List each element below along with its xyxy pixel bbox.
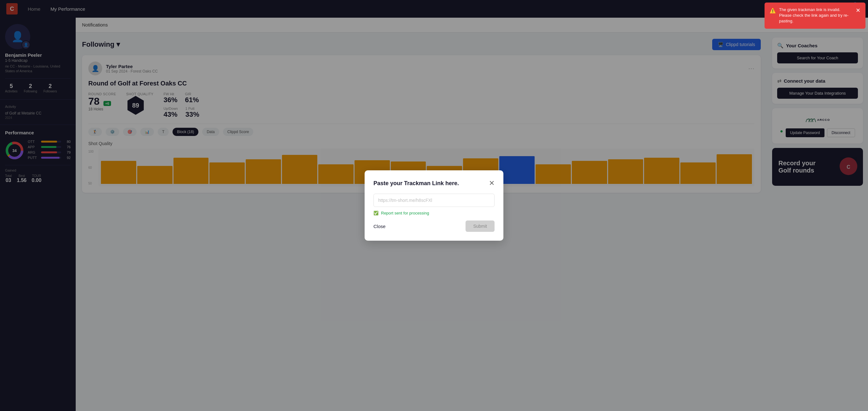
modal-title: Paste your Trackman Link here. — [373, 180, 459, 187]
success-icon: ✅ — [373, 211, 378, 215]
modal-success-message: ✅ Report sent for processing — [373, 211, 495, 215]
toast-notification: ⚠️ The given trackman link is invalid. P… — [765, 2, 866, 29]
modal-close-icon[interactable]: ✕ — [489, 179, 495, 187]
modal-header: Paste your Trackman Link here. ✕ — [373, 179, 495, 187]
modal-submit-button[interactable]: Submit — [466, 220, 495, 232]
toast-message: The given trackman link is invalid. Plea… — [779, 7, 850, 24]
trackman-modal: Paste your Trackman Link here. ✕ ✅ Repor… — [365, 170, 503, 241]
toast-icon: ⚠️ — [770, 7, 776, 14]
success-text: Report sent for processing — [381, 211, 429, 215]
trackman-link-input[interactable] — [373, 194, 495, 207]
toast-close-button[interactable]: ✕ — [856, 7, 861, 14]
modal-footer: Close Submit — [373, 220, 495, 232]
modal-overlay[interactable]: Paste your Trackman Link here. ✕ ✅ Repor… — [0, 0, 868, 411]
modal-close-button[interactable]: Close — [373, 224, 385, 229]
